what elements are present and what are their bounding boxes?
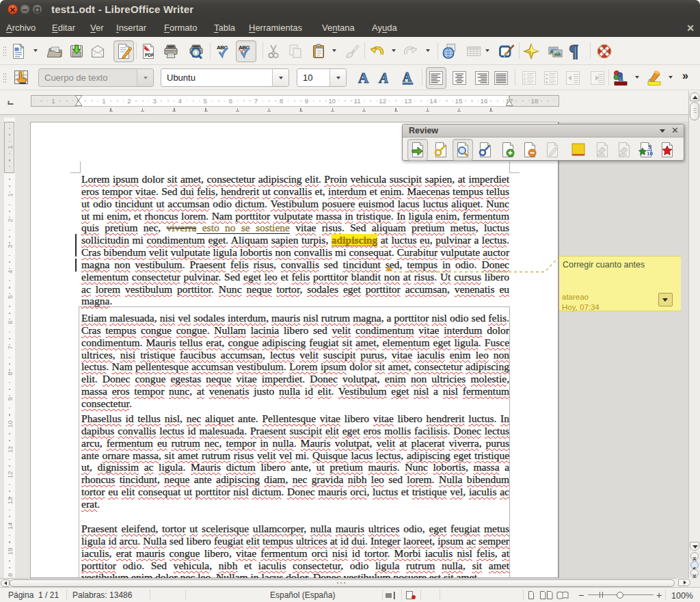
svg-text:5: 5 xyxy=(648,144,651,150)
svg-text:10: 10 xyxy=(647,150,653,157)
